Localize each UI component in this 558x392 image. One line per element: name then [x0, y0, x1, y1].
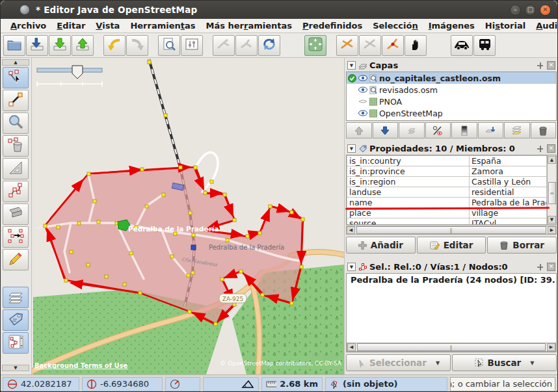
tool-disabled-a-button[interactable] [213, 35, 235, 56]
undo-button[interactable] [103, 35, 126, 56]
preferences-button[interactable] [181, 35, 203, 56]
menu-predefinidos[interactable]: Predefinidos [298, 20, 367, 32]
map-canvas[interactable]: Pedralba de la Pradería Pedralba de la P… [32, 58, 344, 374]
tags-table[interactable]: is_in:countryEspaña is_in:provinceZamora… [347, 155, 547, 224]
menu-audio[interactable]: Audio [531, 20, 558, 32]
merge-node-way-button[interactable] [336, 35, 358, 56]
layer-list-button[interactable] [504, 122, 530, 138]
bus-routing-button[interactable] [473, 35, 496, 56]
add-tag-button[interactable]: Añadir [346, 237, 416, 254]
selection-panel-toggle[interactable] [3, 332, 29, 354]
tag-row[interactable]: is_in:regionCastilla y León [347, 177, 547, 187]
tag-row[interactable]: sourceITACyl [347, 218, 547, 225]
scroll-thumb[interactable]: ∥ [356, 226, 546, 234]
download-compressed-button[interactable] [26, 35, 48, 56]
layer-duplicate-button[interactable] [399, 122, 425, 138]
delete-tool-button[interactable] [3, 135, 29, 157]
toolbar-scroll-up[interactable]: ▲ [2, 59, 29, 66]
layers-stack-icon [7, 288, 24, 307]
collapse-properties-icon[interactable]: ▼ [347, 144, 356, 153]
draw-way-tool-button[interactable] [3, 90, 29, 111]
delete-tag-button[interactable]: Borrar [487, 237, 557, 254]
pin-icon[interactable] [536, 263, 544, 271]
tag-row[interactable]: is_in:provinceZamora [347, 166, 547, 177]
scroll-left-arrow[interactable]: ◀ [347, 226, 355, 234]
menu-mas-herramientas[interactable]: Más herramientas [202, 20, 297, 32]
layer-row[interactable]: no_capitales_castleon.osm [347, 72, 556, 84]
scroll-up-arrow[interactable]: ▲ [548, 156, 556, 164]
selected-node[interactable] [191, 245, 196, 250]
follow-line-tool-button[interactable] [3, 181, 29, 202]
edit-tag-button[interactable]: Editar [417, 237, 486, 254]
scroll-thumb[interactable]: ≡ [548, 182, 556, 204]
layer-opacity-button[interactable] [451, 122, 477, 138]
close-selection-icon[interactable]: ✕ [547, 263, 555, 271]
download-data-button[interactable] [49, 35, 71, 56]
pan-button[interactable] [405, 35, 427, 56]
toolbar-scroll-down[interactable]: ▼ [2, 365, 29, 371]
tag-row[interactable]: landuseresidential [347, 187, 547, 198]
extrude-tool-button[interactable] [3, 203, 29, 225]
layer-row[interactable]: OpenStreetMap [347, 107, 556, 119]
collapse-selection-icon[interactable]: ▼ [347, 263, 356, 271]
pin-icon[interactable] [536, 144, 544, 153]
layers-panel-toggle[interactable] [3, 287, 29, 308]
menu-vista[interactable]: Vista [91, 20, 124, 32]
pin-icon[interactable] [536, 61, 544, 70]
maximize-button[interactable]: □ [525, 5, 536, 16]
properties-vscrollbar[interactable]: ▲ ≡ ▼ [547, 155, 556, 224]
zoom-tool-button[interactable] [3, 112, 29, 134]
minimize-button[interactable]: – [510, 5, 521, 16]
visible-eye-icon[interactable] [358, 86, 367, 93]
layer-delete-button[interactable] [531, 122, 557, 138]
menu-archivo[interactable]: Archivo [6, 20, 51, 32]
redo-button[interactable] [126, 35, 148, 56]
upload-data-button[interactable] [72, 35, 94, 56]
menu-historial[interactable]: Historial [481, 20, 530, 32]
scroll-thumb[interactable]: ∥ [357, 343, 546, 351]
hidden-eye-icon[interactable] [358, 98, 367, 105]
menu-herramientas[interactable]: Herramientas [126, 20, 200, 32]
car-routing-button[interactable] [451, 35, 473, 56]
scroll-down-arrow[interactable]: ▼ [548, 216, 556, 224]
layer-move-up-button[interactable] [346, 122, 372, 138]
scroll-left-arrow[interactable]: ◀ [347, 343, 356, 351]
menu-imagenes[interactable]: Imágenes [424, 20, 479, 32]
annotate-tool-button[interactable] [3, 249, 29, 270]
select-button[interactable]: Seleccionar ▼ [346, 354, 451, 371]
visible-eye-icon[interactable] [358, 110, 367, 116]
tool-disabled-b-button[interactable] [235, 35, 258, 56]
layer-row[interactable]: PNOA [347, 96, 556, 107]
close-properties-icon[interactable]: ✕ [547, 144, 555, 153]
tag-row[interactable]: is_in:countryEspaña [347, 156, 547, 166]
menu-editar[interactable]: Editar [52, 20, 90, 32]
scroll-right-arrow[interactable]: ▶ [547, 343, 555, 351]
collapse-layers-icon[interactable]: ▼ [347, 61, 356, 70]
close-button[interactable]: ✕ [540, 5, 551, 16]
scroll-right-arrow[interactable]: ▶ [548, 226, 556, 234]
properties-hscrollbar[interactable]: ◀ ∥ ▶ [346, 226, 557, 235]
zoom-to-selection-button[interactable] [304, 35, 326, 56]
tag-row[interactable]: namePedralba de la Pradería [347, 198, 547, 208]
shape-tool-button[interactable] [3, 158, 29, 179]
search-button[interactable]: Buscar ▼ [452, 354, 557, 371]
unglue-node-button[interactable] [382, 35, 404, 56]
open-button[interactable] [3, 35, 25, 56]
selected-object-item[interactable]: Pedralba de la Pradería (24 nodos) [ID: … [347, 274, 556, 286]
visible-eye-icon[interactable] [358, 75, 367, 81]
menu-seleccion[interactable]: Selección [368, 20, 423, 32]
layer-row[interactable]: revisados.osm [347, 84, 556, 96]
layer-merge-button[interactable] [478, 122, 504, 138]
select-tool-button[interactable] [3, 67, 29, 88]
layer-move-down-button[interactable] [373, 122, 399, 138]
search-presets-button[interactable] [158, 35, 180, 56]
update-data-button[interactable] [258, 35, 280, 56]
layer-visibility-button[interactable] [425, 122, 451, 138]
improve-accuracy-tool-button[interactable] [3, 226, 29, 248]
attribution-left[interactable]: Background Terms of Use [34, 362, 128, 369]
properties-panel-toggle[interactable] [3, 309, 29, 331]
merge-disabled-button[interactable] [359, 35, 381, 56]
selection-hscrollbar[interactable]: ◀ ∥ ▶ [347, 343, 556, 352]
close-layers-icon[interactable]: ✕ [547, 61, 555, 70]
title-bar[interactable]: * Editor Java de OpenStreetMap – □ ✕ [1, 1, 557, 19]
